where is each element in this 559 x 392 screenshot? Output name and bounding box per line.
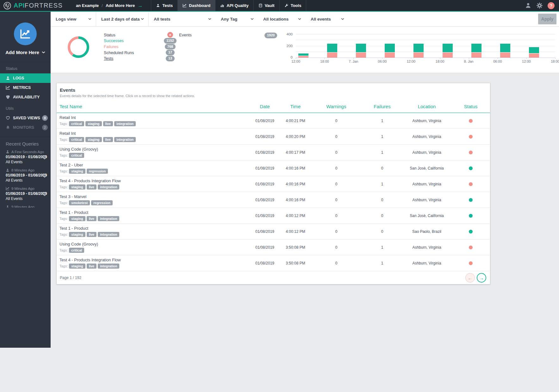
tag-pill-staging: staging (85, 137, 102, 142)
test-name: Test 4 - Products Integration Flow (59, 258, 249, 262)
view-select[interactable]: Logs view (56, 12, 96, 26)
project-avatar[interactable] (14, 22, 37, 45)
tag-pill-integration: integration (114, 137, 136, 142)
tag-pill-integration: integration (98, 216, 119, 221)
favorite-heart-icon[interactable] (42, 191, 47, 196)
apply-button[interactable]: Apply (538, 14, 556, 24)
breadcrumb-project[interactable]: an Example (76, 3, 99, 8)
legend-label: Status (104, 33, 163, 37)
legend-row-tests[interactable]: Tests13 (104, 55, 177, 61)
warnings-cell: 0 (310, 261, 362, 265)
tag-select[interactable]: Any Tag (221, 12, 258, 26)
time-cell: 4:00:17 PM (281, 150, 310, 155)
tab-dashboard[interactable]: Dashboard (177, 0, 215, 11)
tag-pill-integration: integration (98, 232, 119, 237)
table-row[interactable]: Test 1 - ProductTags:stagingliveintegrat… (57, 224, 490, 240)
tag-pill-live: live (87, 264, 97, 269)
stacked-bar (413, 44, 424, 58)
chevron-down-icon (341, 18, 344, 20)
table-row[interactable]: Retail IntTags:criticalstagingliveintegr… (57, 113, 490, 129)
recent-query-item[interactable]: A Few Seconds Ago01/06/2019 - 01/08/2019… (0, 150, 51, 168)
status-fail-dot (469, 151, 473, 154)
test-name-cell: Retail IntTags:criticalstagingliveintegr… (57, 115, 249, 126)
test-name-cell: Using Code (Groovy)Tags:critical (57, 147, 249, 158)
bar-chart-icon (220, 3, 224, 8)
next-page-button[interactable]: → (477, 273, 486, 283)
arrow-right-icon[interactable]: → (138, 3, 143, 9)
app-logo[interactable]: APIFORTRESS (0, 2, 72, 10)
tests-select-value: All tests (154, 17, 171, 22)
legend-row-status[interactable]: Status✕ (104, 32, 177, 38)
status-fail-dot (469, 246, 473, 249)
table-row[interactable]: Test 4 - Products Integration FlowTags:s… (57, 255, 490, 271)
view-select-value: Logs view (56, 17, 76, 22)
tags-label: Tags: (59, 248, 68, 252)
user-account-icon[interactable] (525, 2, 531, 9)
prev-page-button[interactable]: ← (465, 273, 475, 283)
tag-pill-live: live (103, 137, 113, 142)
legend-row-scheduled-runs[interactable]: Scheduled Runs17 (104, 50, 177, 56)
sidebar-item-label: SAVED VIEWS (13, 116, 40, 120)
section-label-status: Status (0, 62, 51, 73)
legend-row-successes[interactable]: Successes1152 (104, 38, 177, 44)
column-header-test-name: Test Name (57, 104, 249, 109)
chart-gridline (296, 34, 555, 34)
chart-x-tick-label: 7. Jan (349, 59, 358, 63)
gear-icon[interactable] (536, 2, 543, 9)
tag-pill-staging: staging (85, 121, 102, 126)
locations-select[interactable]: All locations (263, 12, 306, 26)
location-cell: Ashburn, Virginia (402, 261, 451, 265)
sidebar-item-logs[interactable]: LOGS (0, 73, 51, 83)
bar-failures-segment (385, 52, 395, 58)
add-more-here-dropdown[interactable]: Add More Here (0, 50, 51, 55)
date-cell: 01/08/2019 (249, 134, 281, 139)
location-cell: Ashburn, Virginia (402, 182, 451, 186)
sidebar-item-monitors[interactable]: MONITORS2 (0, 123, 51, 132)
help-icon[interactable]: ? (548, 2, 555, 9)
chart-x-tick (296, 58, 296, 59)
events-select[interactable]: All events (311, 12, 349, 26)
breadcrumb-page[interactable]: Add More Here (106, 3, 135, 8)
test-name: Retail Int (59, 131, 249, 136)
table-row[interactable]: Test 1 - ProductTags:stagingliveintegrat… (57, 208, 490, 224)
table-row[interactable]: Test 2 - UberTags:stagingregression01/08… (57, 160, 490, 176)
chart-x-tick (526, 58, 527, 59)
table-row[interactable]: Test 3 - MarvelTags:smoketestregression0… (57, 192, 490, 208)
tests-select[interactable]: All tests (154, 12, 216, 26)
sidebar-item-saved-views[interactable]: SAVED VIEWS0 (0, 113, 51, 123)
sidebar-item-availability[interactable]: AVAILABILITY (0, 92, 51, 102)
status-cell (451, 135, 490, 139)
tag-pill-integration: integration (98, 184, 119, 190)
location-cell: San Josè, California (402, 214, 451, 218)
line-chart-icon (183, 3, 187, 8)
tab-api-quality[interactable]: API Quality (215, 0, 253, 11)
recent-query-item[interactable]: 9 Minutes Ago (0, 205, 51, 208)
table-row[interactable]: Using Code (Groovy)Tags:critical01/08/20… (57, 145, 490, 160)
recent-query-item[interactable]: 9 Minutes Ago01/06/2019 - 01/08/2019All … (0, 187, 51, 205)
warnings-cell: 0 (310, 214, 362, 218)
date-range-select[interactable]: Last 2 days of data (101, 12, 149, 26)
events-select-value: All events (311, 17, 331, 22)
favorite-heart-icon[interactable] (42, 173, 47, 178)
tab-vault[interactable]: Vault (253, 0, 279, 11)
favorite-heart-icon[interactable] (42, 155, 47, 160)
table-row[interactable]: Test 4 - Products Integration FlowTags:s… (57, 176, 490, 192)
user-icon (156, 3, 160, 8)
tab-tools[interactable]: Tools (279, 0, 307, 11)
tab-tests[interactable]: Tests (151, 0, 177, 11)
legend-value: ✕ (163, 32, 177, 38)
recent-query-item[interactable]: 8 Minutes Ago01/06/2019 - 01/08/2019All … (0, 168, 51, 187)
status-cell (451, 246, 490, 249)
location-cell: Sao Paolo, Brazil (402, 229, 451, 234)
table-row[interactable]: Retail IntTags:criticalstagingliveintegr… (57, 129, 490, 145)
status-donut-chart (66, 35, 90, 59)
line-chart-icon (6, 187, 9, 190)
test-name: Test 1 - Product (59, 210, 249, 215)
test-tags: Tags:smoketestregression (59, 200, 249, 205)
status-cell (451, 214, 490, 218)
table-row[interactable]: Using Code (Groovy)Tags:critical01/08/20… (57, 240, 490, 255)
sidebar-item-metrics[interactable]: METRICS (0, 83, 51, 92)
events-table-header: Test NameDateTimeWarningsFailuresLocatio… (57, 98, 490, 113)
test-name-cell: Test 1 - ProductTags:stagingliveintegrat… (57, 226, 249, 237)
legend-row-failures[interactable]: Failures768 (104, 44, 177, 50)
